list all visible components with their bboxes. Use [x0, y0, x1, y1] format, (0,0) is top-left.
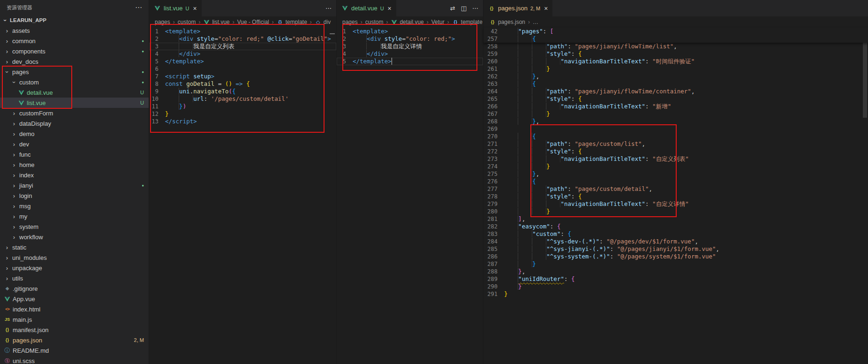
- code-line-276[interactable]: 276 {: [483, 178, 868, 185]
- code-line-287[interactable]: 287 }: [483, 260, 868, 268]
- tree-item-login[interactable]: ›login: [0, 190, 149, 201]
- tree-item-pages.json[interactable]: {}pages.json2, M: [0, 335, 149, 345]
- tree-item-workflow[interactable]: ›workflow: [0, 232, 149, 242]
- code-line-282[interactable]: 282 "easycom": {: [483, 223, 868, 230]
- breadcrumb-item-template[interactable]: {}template: [277, 19, 307, 25]
- tree-item-uni.scss[interactable]: ⓢuni.scss: [0, 356, 149, 364]
- code-line-257[interactable]: 257 {: [483, 35, 868, 43]
- tree-item-static[interactable]: ›static: [0, 242, 149, 252]
- code-line-7[interactable]: 7<script setup>: [149, 73, 336, 80]
- breadcrumb-item-Vetur[interactable]: Vetur: [431, 19, 445, 25]
- code-line-268[interactable]: 268 },: [483, 118, 868, 125]
- tree-item-App.vue[interactable]: App.vue: [0, 294, 149, 304]
- tree-item-main.js[interactable]: JSmain.js: [0, 314, 149, 325]
- code-line-280[interactable]: 280 }: [483, 208, 868, 215]
- tree-item-jianyi[interactable]: ›jianyi●: [0, 180, 149, 190]
- tab-pages-json[interactable]: {} pages.json 2, M ×: [483, 0, 552, 16]
- tree-item-dev[interactable]: ›dev: [0, 139, 149, 149]
- tree-item-dev_docs[interactable]: ›dev_docs: [0, 56, 149, 67]
- close-icon[interactable]: ×: [388, 5, 392, 12]
- code-line-263[interactable]: 263 {: [483, 80, 868, 88]
- code-line-283[interactable]: 283 "custom": {: [483, 230, 868, 238]
- code-line-1[interactable]: 1<template>: [337, 28, 483, 35]
- code-line-8[interactable]: 8const goDetail = () => {: [149, 80, 336, 88]
- tree-item-uni_modules[interactable]: ›uni_modules: [0, 252, 149, 263]
- tree-item-my[interactable]: ›my: [0, 211, 149, 221]
- tree-item-customForm[interactable]: ›customForm: [0, 108, 149, 118]
- tree-item-unpackage[interactable]: ›unpackage: [0, 263, 149, 273]
- tab-detail-vue[interactable]: detail.vue U ×: [337, 0, 396, 16]
- code-line-278[interactable]: 278 "style": {: [483, 193, 868, 200]
- tree-item-common[interactable]: ›common●: [0, 36, 149, 46]
- code-line-13[interactable]: 13</script>: [149, 118, 336, 125]
- breadcrumb-item-Vue - Official[interactable]: Vue - Official: [237, 19, 269, 25]
- code-line-286[interactable]: 286 "^sys-system-(.*)": "@/pages/system/…: [483, 253, 868, 260]
- more-actions-icon[interactable]: ⋯: [325, 5, 332, 12]
- code-line-264[interactable]: 264 "path": "pages/jianyi/flowTime/conta…: [483, 88, 868, 95]
- split-editor-icon[interactable]: ◫: [461, 5, 467, 12]
- close-icon[interactable]: ×: [544, 5, 548, 12]
- code-line-281[interactable]: 281 ],: [483, 215, 868, 223]
- code-line-275[interactable]: 275 },: [483, 170, 868, 178]
- code-line-12[interactable]: 12}: [149, 110, 336, 118]
- breadcrumb-item-custom[interactable]: custom: [365, 19, 384, 25]
- more-actions-icon[interactable]: ⋯: [135, 3, 142, 12]
- code-line-272[interactable]: 272 "style": {: [483, 148, 868, 155]
- compare-changes-icon[interactable]: ⇄: [450, 5, 455, 12]
- tree-item-custom[interactable]: ›custom●: [0, 77, 149, 87]
- tab-list-vue[interactable]: list.vue U ×: [149, 0, 202, 16]
- code-line-42[interactable]: 42 "pages": [: [483, 28, 868, 35]
- code-line-4[interactable]: 4 </div>: [337, 50, 483, 58]
- tree-item-dataDisplay[interactable]: ›dataDisplay: [0, 118, 149, 129]
- tree-item-assets[interactable]: ›assets: [0, 25, 149, 36]
- more-actions-icon[interactable]: ⋯: [472, 5, 478, 12]
- code-line-269[interactable]: 269: [483, 125, 868, 133]
- code-line-271[interactable]: 271 "path": "pages/custom/list",: [483, 140, 868, 148]
- code-line-290[interactable]: 290 }: [483, 283, 868, 290]
- tree-item-home[interactable]: ›home: [0, 159, 149, 170]
- tree-item-utils[interactable]: ›utils: [0, 273, 149, 283]
- code-line-266[interactable]: 266 "navigationBarTitleText": "新增": [483, 103, 868, 110]
- code-line-1[interactable]: 1<template>: [149, 28, 336, 35]
- code-line-2[interactable]: 2 <div style="color: red;" @click="goDet…: [149, 35, 336, 43]
- tree-item-demo[interactable]: ›demo: [0, 129, 149, 139]
- code-line-274[interactable]: 274 }: [483, 163, 868, 170]
- code-line-270[interactable]: 270 {: [483, 133, 868, 140]
- code-line-267[interactable]: 267 }: [483, 110, 868, 118]
- tree-item-.gitignore[interactable]: ◆.gitignore: [0, 283, 149, 294]
- code-editor-pages-json[interactable]: 42 "pages": [257 { 258 "path": "pages/ji…: [483, 28, 868, 364]
- tree-item-func[interactable]: ›func: [0, 149, 149, 159]
- code-line-265[interactable]: 265 "style": {: [483, 95, 868, 103]
- breadcrumb-item-pages[interactable]: pages: [342, 19, 358, 25]
- code-line-260[interactable]: 260 "navigationBarTitleText": "时间组件验证": [483, 58, 868, 65]
- breadcrumb-item-list.vue[interactable]: list.vue: [203, 19, 229, 25]
- code-line-262[interactable]: 262 },: [483, 73, 868, 80]
- code-line-5[interactable]: 5</template>: [337, 58, 483, 65]
- breadcrumb-item-custom[interactable]: custom: [178, 19, 196, 25]
- code-line-285[interactable]: 285 "^sys-jianyi-(.*)": "@/pages/jianyi/…: [483, 245, 868, 253]
- tree-item-components[interactable]: ›components●: [0, 46, 149, 56]
- breadcrumb-item-…[interactable]: …: [533, 19, 538, 25]
- tree-root-learun-app[interactable]: › LEARUN_APP: [0, 15, 149, 25]
- breadcrumb-item-pages.json[interactable]: {}pages.json: [489, 19, 525, 25]
- code-line-9[interactable]: 9 uni.navigateTo({: [149, 88, 336, 95]
- code-line-291[interactable]: 291}: [483, 290, 868, 298]
- code-editor-list[interactable]: 1<template>2 <div style="color: red;" @c…: [149, 28, 336, 364]
- tree-item-manifest.json[interactable]: {}manifest.json: [0, 325, 149, 335]
- code-line-6[interactable]: 6: [149, 65, 336, 73]
- close-icon[interactable]: ×: [193, 5, 196, 12]
- tree-item-list.vue[interactable]: list.vueU: [0, 98, 149, 108]
- tree-item-index[interactable]: ›index: [0, 170, 149, 180]
- code-line-5[interactable]: 5</template>: [149, 58, 336, 65]
- breadcrumb-item-div[interactable]: ◇div: [315, 19, 331, 25]
- tree-item-index.html[interactable]: <>index.html: [0, 304, 149, 314]
- code-line-11[interactable]: 11 }): [149, 103, 336, 110]
- code-line-277[interactable]: 277 "path": "pages/custom/detail",: [483, 185, 868, 193]
- tree-item-system[interactable]: ›system: [0, 221, 149, 232]
- code-line-279[interactable]: 279 "navigationBarTitleText": "自定义详情": [483, 200, 868, 208]
- code-line-259[interactable]: 259 "style": {: [483, 50, 868, 58]
- code-line-10[interactable]: 10 url: '/pages/custom/detail': [149, 95, 336, 103]
- tree-item-README.md[interactable]: ⓘREADME.md: [0, 345, 149, 356]
- code-line-4[interactable]: 4 </div>: [149, 50, 336, 58]
- code-editor-detail[interactable]: 1<template>2 <div style="color: red;">3 …: [337, 28, 483, 364]
